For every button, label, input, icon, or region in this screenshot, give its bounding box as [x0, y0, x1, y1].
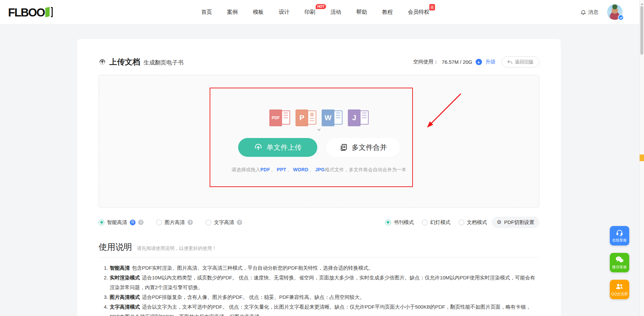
instructions-title: 使用说明 [99, 241, 132, 253]
promo-badge: 促 [429, 4, 435, 10]
upload-circle-icon [254, 143, 263, 152]
nav-home[interactable]: 首页 [201, 9, 212, 16]
main-area: 上传文档 生成翻页电子书 空间使用： 76.57M / 20G 升级 返回旧版 [0, 25, 644, 316]
wechat-service-button[interactable]: 微信客服 [610, 253, 629, 272]
file-dropzone[interactable]: PDF P W J [99, 75, 539, 208]
nav-membership[interactable]: 会员特权促 [408, 9, 429, 16]
instruction-item: 4. 文字高清模式适合以文字为主，文本可选中的PDF。 优点：文字矢量化，比图片… [101, 302, 539, 316]
scrollbar-marker [640, 154, 644, 161]
help-icon[interactable]: ? [138, 220, 144, 225]
quality-radio-group: 智能高清 荐 ? 图片高清 ? 文字高清 ? [99, 219, 242, 226]
page-subtitle: 生成翻页电子书 [144, 59, 183, 66]
jpg-file-icon: J [348, 109, 369, 126]
scrollbar-thumb[interactable] [640, 6, 643, 55]
nav-templates[interactable]: 模板 [253, 9, 264, 16]
back-arrow-icon [507, 60, 513, 64]
hot-badge: HOT [316, 4, 326, 9]
wechat-icon [615, 256, 624, 263]
floating-service-stack: 在线客服 微信客服 QQ交流群 [610, 226, 629, 299]
back-to-old-version-button[interactable]: 返回旧版 [501, 56, 539, 67]
space-usage-value: 76.57M / 20G [442, 59, 472, 65]
mode-radio-group: 书刊模式 幻灯模式 文档模式 [385, 219, 487, 226]
radio-icon [459, 220, 464, 225]
bell-icon [580, 9, 586, 15]
instructions-list: 1. 智能高清包含PDF实时渲染、图片高清、文字高清三种模式，平台自动分析您的P… [101, 263, 539, 316]
nav-design[interactable]: 设计 [279, 9, 289, 16]
page-scrollbar[interactable] [639, 0, 644, 316]
instructions-subtitle: 请先阅读使用说明，以便更好的使用！ [137, 245, 217, 252]
scrollbar-up-arrow[interactable] [641, 2, 643, 5]
nav-tutorials[interactable]: 教程 [382, 9, 393, 16]
pdf-file-icon: PDF [269, 109, 290, 126]
merge-documents-icon [340, 143, 348, 151]
help-icon[interactable]: ? [237, 220, 242, 225]
messages-label: 消息 [588, 9, 598, 15]
upload-cloud-icon [99, 58, 106, 66]
radio-text-hd[interactable]: 文字高清 ? [206, 219, 242, 226]
space-usage-label: 空间使用： [413, 59, 438, 65]
instruction-item: 2. 实时渲染模式适合10M以内文档类型，或页数少的PDF。 优点：速度快、无需… [101, 273, 539, 292]
radio-smart-hd[interactable]: 智能高清 荐 ? [99, 219, 144, 226]
instruction-item: 1. 智能高清包含PDF实时渲染、图片高清、文字高清三种模式，平台自动分析您的P… [101, 263, 539, 273]
single-file-upload-button[interactable]: 单文件上传 [238, 138, 317, 157]
caret-down-icon [317, 129, 321, 133]
radio-image-hd[interactable]: 图片高清 ? [156, 219, 193, 226]
flbook-logo[interactable]: FLBOO [8, 6, 53, 19]
qq-group-button[interactable]: QQ交流群 [610, 280, 629, 299]
pdf-split-settings-button[interactable]: ⚙ PDF切割设置 [492, 217, 539, 228]
top-navbar: FLBOO 首页 案例 模板 设计 印刷HOT 活动 帮助 教程 会员特权促 消… [0, 0, 644, 25]
main-nav: 首页 案例 模板 设计 印刷HOT 活动 帮助 教程 会员特权促 [201, 9, 429, 16]
group-people-icon [615, 283, 624, 290]
page-title: 上传文档 [109, 57, 140, 67]
word-file-icon: W [322, 109, 342, 126]
upload-card: 上传文档 生成翻页电子书 空间使用： 76.57M / 20G 升级 返回旧版 [77, 39, 561, 316]
ppt-file-icon: P [296, 109, 316, 126]
nav-help[interactable]: 帮助 [356, 9, 367, 16]
headset-icon [616, 229, 623, 236]
radio-icon [156, 220, 162, 225]
radio-document-mode[interactable]: 文档模式 [459, 219, 487, 226]
multi-file-merge-button[interactable]: 多文件合并 [327, 138, 400, 157]
nav-cases[interactable]: 案例 [227, 9, 238, 16]
radio-icon [206, 220, 211, 225]
online-service-button[interactable]: 在线客服 [610, 226, 629, 245]
instruction-item: 3. 图片高清模式适合PDF排版复杂，含有人像、图片多的PDF。 优点：稳妥、P… [101, 292, 539, 302]
logo-book-icon [45, 7, 53, 17]
logo-text: FLBOO [8, 5, 45, 19]
messages-button[interactable]: 消息 [580, 9, 598, 15]
upgrade-link[interactable]: 升级 [485, 59, 495, 65]
file-type-icons: PDF P W J [269, 109, 369, 126]
help-icon[interactable]: ? [187, 220, 193, 225]
upload-hint: 请选择或拖入PDF、PPT、WORD、JPG格式文件，多文件将会自动合并为一本 [231, 167, 406, 173]
nav-print[interactable]: 印刷HOT [305, 9, 315, 16]
user-avatar[interactable] [607, 4, 623, 20]
upgrade-rocket-icon [476, 59, 482, 65]
radio-book-mode[interactable]: 书刊模式 [385, 219, 414, 226]
vip-badge-icon [618, 14, 624, 20]
nav-activities[interactable]: 活动 [330, 9, 341, 16]
gear-icon: ⚙ [497, 220, 501, 225]
recommended-badge: 荐 [130, 220, 136, 225]
radio-icon [422, 220, 428, 225]
radio-selected-icon [385, 220, 391, 225]
radio-selected-icon [99, 220, 104, 225]
radio-slide-mode[interactable]: 幻灯模式 [422, 219, 450, 226]
